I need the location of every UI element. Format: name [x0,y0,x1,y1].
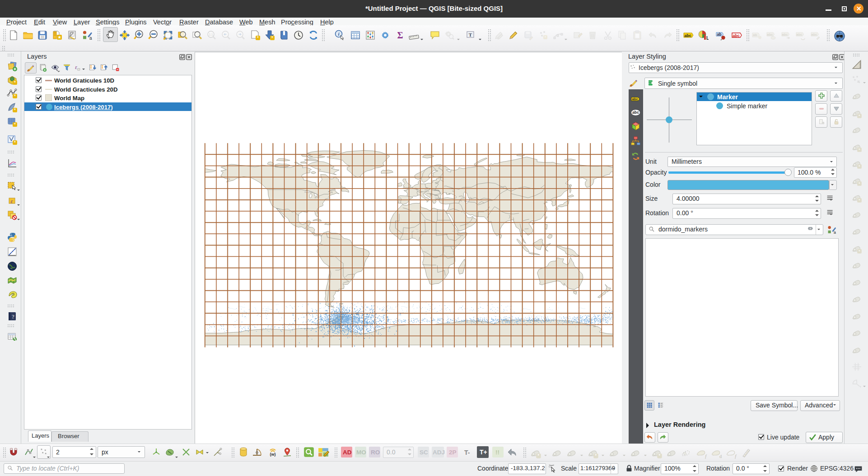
svg-text:abc: abc [733,33,740,38]
svg-text:abc: abc [767,32,773,37]
svg-text:abc: abc [684,33,691,38]
svg-text:Σ: Σ [397,30,403,40]
svg-text:*: * [545,35,546,40]
svg-text:*: * [14,122,16,127]
svg-text:ε: ε [10,198,13,204]
svg-text:*: * [14,80,16,85]
svg-text:*: * [859,147,860,152]
svg-text:*: * [271,35,274,41]
svg-text:T: T [469,32,472,37]
svg-text:*: * [595,453,597,458]
svg-text:*: * [658,453,660,458]
svg-text:abc: abc [797,32,803,37]
svg-text:*: * [859,181,860,186]
svg-text:*: * [859,164,860,169]
svg-text:*: * [14,93,16,99]
svg-text:*: * [859,198,860,203]
svg-text:*: * [537,453,539,458]
svg-text:ε: ε [75,65,77,70]
svg-text:L: L [706,36,709,41]
svg-text:*: * [14,107,16,113]
svg-text:(w): (w) [270,452,276,457]
svg-text:*: * [14,140,16,145]
svg-text:ab: ab [717,32,722,37]
svg-text:*: * [859,113,860,118]
svg-text:abc: abc [632,97,638,101]
svg-text:abc: abc [782,32,788,37]
svg-text:a: a [834,230,836,235]
svg-text:abc: abc [812,32,817,37]
svg-text:*: * [257,35,259,41]
svg-text:1:1: 1:1 [209,33,213,36]
svg-text:d: d [719,454,722,459]
svg-text:*: * [859,249,860,254]
svg-text:f: f [705,454,707,459]
svg-text:?: ? [12,314,14,320]
svg-text:f: f [735,454,737,459]
svg-text:a: a [89,36,92,41]
svg-text:ab: ab [753,33,757,37]
svg-text:abc: abc [632,110,639,115]
